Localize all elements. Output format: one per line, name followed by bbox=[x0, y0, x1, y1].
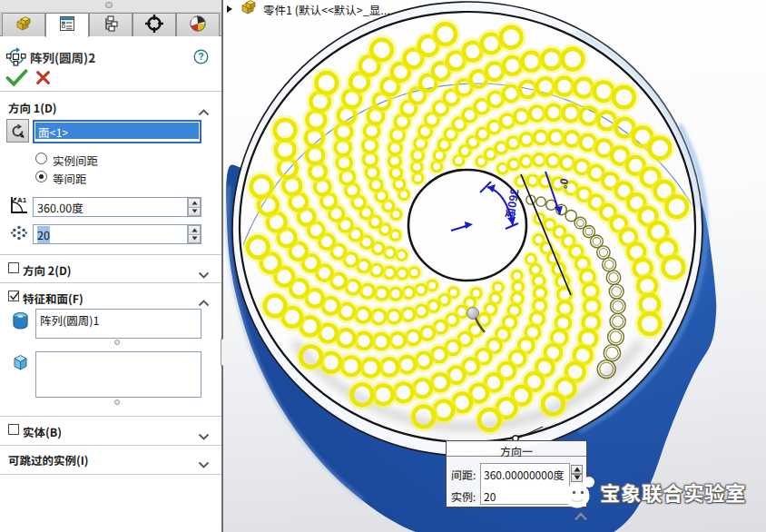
angle-spin-down-button[interactable] bbox=[188, 208, 201, 217]
features-faces-checkbox[interactable] bbox=[8, 291, 19, 301]
tab-display-manager[interactable] bbox=[176, 13, 220, 36]
count-spin-up-button[interactable] bbox=[188, 225, 201, 235]
field-value: 360.00度 bbox=[34, 199, 187, 216]
watermark: 宝象联合实验室 bbox=[558, 471, 746, 513]
watermark-logo-icon bbox=[558, 471, 596, 513]
angle-spin-up-button[interactable] bbox=[188, 198, 201, 208]
faces-list-box[interactable] bbox=[35, 351, 201, 398]
section-skipped-instances[interactable]: 可跳过的实例(I) bbox=[0, 450, 221, 468]
panel-grip-icon[interactable] bbox=[105, 2, 113, 8]
feature-tree-icon bbox=[14, 15, 34, 36]
svg-text:?: ? bbox=[198, 51, 203, 62]
callout-spacing-value[interactable]: 360.00000000度 bbox=[484, 467, 565, 482]
listbox-resize-handle[interactable] bbox=[114, 399, 120, 405]
section-bodies[interactable]: 实体(B) bbox=[0, 422, 221, 440]
bodies-checkbox[interactable] bbox=[8, 424, 19, 435]
flyout-tree-item[interactable]: 零件1 (默认<<默认>_显... bbox=[227, 2, 390, 16]
section-separator bbox=[0, 91, 221, 92]
section-separator bbox=[0, 416, 221, 417]
angle-icon: A1 bbox=[9, 194, 29, 219]
selected-entity[interactable]: 面<1> bbox=[35, 123, 199, 139]
radio-equal-spacing[interactable] bbox=[35, 171, 47, 182]
panel-top-strip bbox=[0, 0, 221, 12]
part-icon bbox=[239, 0, 259, 20]
configuration-manager-icon bbox=[101, 15, 121, 36]
help-icon[interactable]: ? bbox=[193, 49, 209, 68]
chevron-down-icon bbox=[198, 265, 210, 282]
section-features-faces[interactable]: 特征和面(F) bbox=[0, 289, 221, 307]
section-header-label: 实体(B) bbox=[23, 423, 62, 440]
section-direction1[interactable]: 方向 1(D) bbox=[0, 98, 221, 116]
watermark-text: 宝象联合实验室 bbox=[600, 478, 746, 507]
display-manager-icon bbox=[188, 14, 208, 37]
direction-selection-box[interactable]: 面<1> bbox=[33, 120, 201, 143]
angle-spinner bbox=[187, 198, 201, 216]
tab-feature-manager[interactable] bbox=[2, 13, 45, 36]
tab-property-manager[interactable] bbox=[45, 13, 89, 37]
section-direction2[interactable]: 方向 2(D) bbox=[0, 261, 221, 279]
section-header-label: 特征和面(F) bbox=[23, 290, 83, 307]
callout-spacing-label: 间距: bbox=[451, 467, 476, 482]
radio-instance-spacing-label[interactable]: 实例间距 bbox=[53, 152, 98, 169]
dimxpert-icon bbox=[143, 14, 165, 37]
instance-count-icon bbox=[10, 224, 28, 245]
section-separator bbox=[0, 445, 221, 446]
chevron-down-icon bbox=[198, 455, 210, 472]
property-manager-panel: 阵列(圆周)2 ? 方向 1(D) 面<1> 实例间距 等间距 A1 360. bbox=[0, 0, 221, 532]
chevron-down-icon bbox=[198, 427, 210, 444]
count-spin-down-button[interactable] bbox=[188, 235, 201, 244]
selected-text: 20 bbox=[37, 226, 50, 243]
panel-tab-bar bbox=[0, 12, 221, 36]
tree-item-label: 零件1 (默认<<默认>_显... bbox=[263, 1, 390, 18]
section-header-label: 可跳过的实例(I) bbox=[8, 451, 89, 468]
field-value: 20 bbox=[34, 226, 187, 243]
section-separator bbox=[0, 254, 221, 255]
expand-arrow-icon[interactable] bbox=[227, 5, 232, 13]
section-header-label: 方向 1(D) bbox=[8, 99, 57, 116]
solidworks-window: 阵列(圆周)2 ? 方向 1(D) 面<1> 实例间距 等间距 A1 360. bbox=[0, 0, 766, 532]
svg-text:A1: A1 bbox=[17, 196, 27, 204]
direction2-checkbox[interactable] bbox=[8, 262, 19, 273]
chevron-up-icon bbox=[198, 103, 210, 120]
radio-equal-spacing-label[interactable]: 等间距 bbox=[53, 170, 87, 187]
property-manager-body: 阵列(圆周)2 ? 方向 1(D) 面<1> 实例间距 等间距 A1 360. bbox=[0, 36, 221, 532]
callout-instances-label: 实例: bbox=[451, 488, 476, 504]
radio-instance-spacing[interactable] bbox=[35, 153, 47, 164]
ok-button[interactable] bbox=[5, 69, 28, 91]
instance-count-field[interactable]: 20 bbox=[33, 224, 201, 244]
reverse-direction-button[interactable] bbox=[6, 119, 29, 143]
features-list-box[interactable]: 阵列(圆周)1 bbox=[35, 309, 201, 339]
listbox-resize-handle[interactable] bbox=[114, 340, 120, 345]
tab-dimxpert-manager[interactable] bbox=[133, 13, 176, 36]
callout-title: 方向一 bbox=[447, 441, 586, 457]
section-separator bbox=[0, 282, 221, 283]
graphics-viewport[interactable]: 360度 0° 零件1 (默认<<默认>_显... 方向一 间距: 360.00… bbox=[223, 0, 766, 532]
faces-to-pattern-icon bbox=[12, 353, 29, 376]
section-separator bbox=[0, 474, 221, 475]
angle-field[interactable]: 360.00度 bbox=[33, 197, 201, 217]
page-title: 阵列(圆周)2 bbox=[30, 48, 95, 66]
section-header-label: 方向 2(D) bbox=[23, 261, 72, 279]
tab-configuration-manager[interactable] bbox=[89, 13, 133, 36]
count-spinner bbox=[187, 225, 201, 243]
callout-instances-value[interactable]: 20 bbox=[484, 488, 496, 504]
features-to-pattern-icon bbox=[12, 310, 29, 335]
property-manager-icon bbox=[57, 15, 77, 36]
chevron-up-icon[interactable] bbox=[574, 512, 588, 521]
cancel-button[interactable] bbox=[35, 70, 51, 89]
